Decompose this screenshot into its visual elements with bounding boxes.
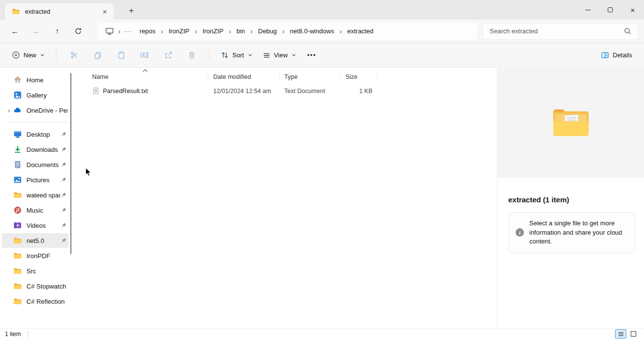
breadcrumb-item-extracted[interactable]: extracted [343, 25, 377, 37]
file-size: 1 KB [341, 88, 377, 95]
crumb-separator: › [228, 27, 232, 35]
sidebar-item-label: Music [26, 207, 60, 214]
delete-button[interactable] [180, 47, 203, 64]
minimize-button[interactable] [576, 0, 599, 20]
refresh-button[interactable] [69, 23, 87, 40]
sidebar-item-src[interactable]: Src [2, 264, 69, 278]
this-pc-icon[interactable] [102, 26, 117, 36]
sidebar-item-csharp-reflection[interactable]: C# Reflection [2, 294, 69, 309]
file-row-parsedresult[interactable]: ParsedResult.txt 12/01/2024 12:54 am Tex… [87, 85, 497, 97]
column-header-name[interactable]: Name [87, 72, 208, 82]
folder-icon [13, 282, 22, 291]
back-button[interactable]: ← [6, 23, 24, 40]
cut-button[interactable] [62, 47, 86, 64]
address-bar: ← → ↑ › ··· repos › IronZIP › IronZIP › … [0, 20, 644, 43]
details-pane-icon [601, 51, 609, 59]
up-button[interactable]: ↑ [48, 23, 66, 40]
column-header-type[interactable]: Type [279, 72, 341, 82]
sidebar-item-label: Pictures [26, 176, 60, 184]
sidebar-item-desktop[interactable]: Desktop [2, 127, 69, 142]
sidebar-item-label: net5.0 [26, 237, 60, 244]
sidebar-item-label: IronPDF [26, 252, 68, 260]
large-icons-view-icon [631, 331, 636, 337]
sidebar-scrollbar[interactable] [70, 73, 72, 254]
search-box[interactable] [482, 23, 638, 40]
pin-icon [60, 222, 67, 229]
new-button[interactable]: New [7, 48, 50, 63]
trash-icon [188, 51, 196, 59]
details-toggle-label: Details [613, 51, 632, 59]
sidebar-item-pictures[interactable]: Pictures [2, 172, 69, 187]
forward-button[interactable]: → [27, 23, 45, 40]
sidebar-item-csharp-stopwatch[interactable]: C# Stopwatch [2, 279, 69, 293]
column-header-date-modified[interactable]: Date modified [208, 72, 279, 82]
maximize-button[interactable] [599, 0, 621, 20]
breadcrumb-item-ironzip[interactable]: IronZIP [164, 25, 194, 37]
status-bar: 1 item [0, 328, 644, 339]
pin-icon [60, 162, 67, 168]
share-button[interactable] [156, 47, 180, 64]
sidebar-item-music[interactable]: Music [2, 203, 69, 218]
rename-icon [140, 51, 149, 59]
copy-button[interactable] [86, 47, 109, 64]
file-name-cell: ParsedResult.txt [87, 87, 208, 95]
sidebar-divider [7, 122, 68, 122]
sort-button[interactable]: Sort [216, 48, 258, 63]
tab-close-icon[interactable]: × [99, 6, 111, 18]
breadcrumb-item-net8[interactable]: net8.0-windows [285, 25, 338, 37]
folder-icon [13, 191, 22, 199]
open-folder-icon [548, 104, 594, 142]
breadcrumb-item-debug[interactable]: Debug [254, 25, 281, 37]
breadcrumb-item-bin[interactable]: bin [232, 25, 249, 37]
paste-button[interactable] [109, 47, 133, 64]
breadcrumb[interactable]: › ··· repos › IronZIP › IronZIP › bin › … [97, 23, 477, 40]
sidebar-item-ironpdf[interactable]: IronPDF [2, 248, 69, 263]
sidebar-item-onedrive[interactable]: › OneDrive - Pers [2, 103, 69, 118]
monitor-icon [105, 26, 114, 36]
rename-button[interactable] [133, 47, 156, 64]
close-button[interactable]: × [621, 0, 644, 20]
details-view-button[interactable] [615, 329, 626, 339]
file-type: Text Document [279, 88, 341, 95]
view-toggles [615, 329, 639, 339]
view-button[interactable]: View [258, 48, 301, 63]
sidebar-item-label: OneDrive - Pers [26, 107, 68, 114]
sidebar-item-home[interactable]: Home [2, 73, 69, 87]
gallery-icon [13, 91, 22, 99]
search-input[interactable] [489, 27, 623, 35]
folder-icon [13, 266, 22, 275]
breadcrumb-item-repos[interactable]: repos [135, 25, 160, 37]
pictures-icon [13, 175, 22, 184]
sidebar-item-waleed-space[interactable]: waleed space [2, 188, 69, 202]
column-header-size[interactable]: Size [341, 72, 377, 82]
sidebar-item-documents[interactable]: Documents [2, 157, 69, 172]
chevron-down-icon [40, 52, 45, 58]
details-pane-toggle[interactable]: Details [596, 48, 637, 63]
statusbar-divider [28, 331, 28, 338]
column-header-label: Name [92, 73, 108, 80]
info-icon: i [516, 228, 524, 237]
details-pane: extracted (1 item) i Select a single fil… [497, 68, 644, 328]
minimize-icon [585, 10, 591, 10]
expand-chevron-icon[interactable]: › [5, 107, 13, 114]
file-name: ParsedResult.txt [103, 88, 148, 95]
crumb-separator: › [117, 27, 122, 35]
sidebar-item-label: Home [26, 76, 68, 84]
explorer-tab[interactable]: extracted × [5, 3, 114, 20]
more-options-button[interactable]: ••• [301, 48, 322, 62]
new-tab-button[interactable]: + [124, 4, 138, 17]
plus-circle-icon [12, 51, 20, 59]
sidebar-item-net5[interactable]: net5.0 [2, 233, 69, 248]
crumb-separator: › [249, 27, 254, 35]
breadcrumb-item-ironzip2[interactable]: IronZIP [198, 25, 228, 37]
sidebar-item-videos[interactable]: Videos [2, 218, 69, 233]
pin-icon [60, 146, 67, 153]
large-icons-view-button[interactable] [628, 329, 639, 339]
sidebar-item-gallery[interactable]: Gallery [2, 88, 69, 102]
sidebar-item-downloads[interactable]: Downloads [2, 142, 69, 157]
breadcrumb-overflow[interactable]: ··· [122, 27, 135, 35]
folder-icon [13, 251, 22, 260]
search-icon [623, 27, 632, 35]
refresh-icon [74, 27, 82, 35]
downloads-icon [13, 145, 22, 154]
